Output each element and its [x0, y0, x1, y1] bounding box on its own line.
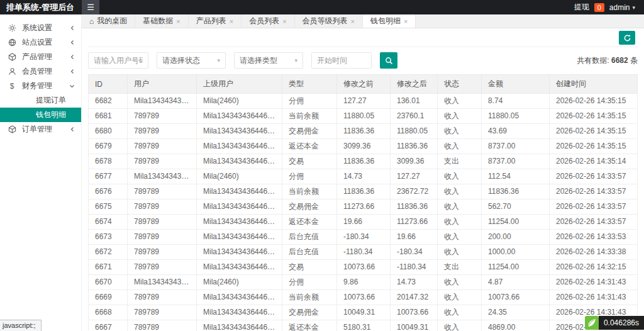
header-right: 提现 0 admin ▾	[574, 2, 644, 13]
table-cell: 3099.36	[391, 154, 438, 169]
trace-badge[interactable]: 0.046286s	[585, 316, 644, 330]
table-cell: 789789	[128, 139, 197, 154]
total-records: 共有数据: 6682 条	[577, 55, 638, 66]
sidebar-item-product-management[interactable]: 产品管理	[0, 50, 81, 64]
table-cell: Mila1343434364464	[128, 169, 197, 184]
table-cell: 6669	[89, 290, 128, 305]
page: 排单系统-管理后台 ☰ 提现 0 admin ▾ 系统设置 站点设置	[0, 0, 644, 331]
table-cell: 2026-02-26 14:35:15	[550, 94, 638, 109]
close-icon[interactable]: ×	[351, 18, 355, 25]
chevron-down-icon: ▾	[217, 57, 220, 64]
close-icon[interactable]: ×	[176, 18, 180, 25]
table-cell: -1180.34	[391, 260, 438, 275]
type-select[interactable]: 请选择类型 ▾	[234, 52, 303, 69]
sidebar-item-finance-management[interactable]: $ 财务管理	[0, 79, 81, 93]
table-cell: 8737.00	[482, 154, 550, 169]
table-cell: 789789	[128, 230, 197, 245]
table-cell: 2026-02-26 14:35:15	[550, 139, 638, 154]
table-cell: 6675	[89, 199, 128, 215]
tab-member-list[interactable]: 会员列表 ×	[242, 14, 294, 28]
table-cell: 11836.36	[337, 184, 391, 199]
table-cell: 交易	[282, 154, 337, 169]
table-cell: 14.73	[391, 275, 438, 290]
table-cell: 10049.31	[391, 320, 438, 331]
chevron-down-icon: ▾	[294, 57, 297, 64]
table-cell: -1180.34	[337, 245, 391, 260]
record-count: 6682	[611, 56, 628, 65]
sidebar-item-site-settings[interactable]: 站点设置	[0, 35, 81, 50]
refresh-button[interactable]	[619, 31, 635, 45]
sidebar-item-order-management[interactable]: 订单管理	[0, 122, 81, 137]
table-cell: 789789	[128, 184, 197, 199]
type-select-value: 请选择类型	[240, 55, 277, 66]
table-cell: Mila(2460)	[197, 275, 282, 290]
table-cell: 2026-02-26 14:33:57	[550, 184, 638, 199]
status-select[interactable]: 请选择状态 ▾	[157, 52, 226, 69]
table-cell: 分佣	[282, 169, 337, 184]
table-cell: Mila1343434364464(2472)	[197, 124, 282, 139]
table-cell: 11254.00	[482, 215, 550, 230]
column-header: 修改之前	[337, 75, 391, 94]
table-cell: 2026-02-26 14:31:43	[550, 275, 638, 290]
user-number-input[interactable]	[88, 52, 148, 69]
table-cell: 23760.1	[391, 109, 438, 124]
table-cell: 10049.31	[337, 305, 391, 320]
table-cell: 127.27	[337, 94, 391, 109]
table-row: 6679789789Mila1343434364464(2472)返还本金309…	[89, 139, 638, 154]
table-cell: 4.87	[482, 275, 550, 290]
table-cell: 收入	[438, 169, 482, 184]
sidebar-item-system-settings[interactable]: 系统设置	[0, 21, 81, 35]
table-cell: Mila1343434364464(2472)	[197, 154, 282, 169]
table-row: 6682Mila1343434364464Mila(2460)分佣127.271…	[89, 94, 638, 109]
tab-my-desktop[interactable]: ⌂ 我的桌面	[82, 14, 135, 28]
table-cell: 136.01	[391, 94, 438, 109]
execution-time: 0.046286s	[599, 316, 644, 330]
table-cell: 6672	[89, 245, 128, 260]
table-cell: 2026-02-26 14:35:14	[550, 154, 638, 169]
table-cell: 19.66	[391, 230, 438, 245]
table-cell: Mila1343434364464(2472)	[197, 260, 282, 275]
tab-product-list[interactable]: 产品列表 ×	[189, 14, 242, 28]
close-icon[interactable]: ×	[404, 18, 408, 25]
table-row: 6671789789Mila1343434364464(2472)交易10073…	[89, 260, 638, 275]
table-cell: 11273.66	[391, 215, 438, 230]
table-cell: 后台充值	[282, 245, 337, 260]
start-time-input[interactable]	[311, 52, 372, 69]
table-cell: 200.00	[482, 230, 550, 245]
table-cell: -180.34	[391, 245, 438, 260]
hamburger-menu-icon[interactable]: ☰	[82, 0, 99, 14]
table-cell: 562.70	[482, 199, 550, 215]
withdraw-count-badge[interactable]: 0	[594, 3, 604, 12]
sidebar-subitem-wallet-details[interactable]: 钱包明细	[0, 108, 81, 122]
table-cell: 6668	[89, 305, 128, 320]
table-cell: 交易佣金	[282, 199, 337, 215]
tab-label: 会员列表	[249, 16, 279, 26]
table-cell: Mila1343434364464(2472)	[197, 184, 282, 199]
admin-user-menu[interactable]: admin ▾	[609, 3, 635, 12]
search-button[interactable]	[380, 52, 397, 69]
tab-basic-data[interactable]: 基础数据 ×	[135, 14, 188, 28]
table-cell: 789789	[128, 109, 197, 124]
table-cell: 6673	[89, 230, 128, 245]
sidebar-item-label: 产品管理	[22, 52, 52, 62]
table-cell: 返还本金	[282, 320, 337, 331]
sidebar-subitem-withdraw-orders[interactable]: 提现订单	[0, 93, 81, 108]
close-icon[interactable]: ×	[230, 18, 233, 25]
table-cell: 10073.66	[391, 305, 438, 320]
close-icon[interactable]: ×	[282, 18, 286, 25]
table-cell: 10073.66	[337, 260, 391, 275]
table-cell: 分佣	[282, 275, 337, 290]
tab-member-level-list[interactable]: 会员等级列表 ×	[295, 14, 363, 28]
table-cell: 收入	[438, 139, 482, 154]
withdraw-link[interactable]: 提现	[574, 2, 589, 13]
sidebar-item-member-management[interactable]: 会员管理	[0, 64, 81, 79]
table-cell: 收入	[438, 320, 482, 331]
table-row: 6680789789Mila1343434364464(2472)交易佣金118…	[89, 124, 638, 139]
top-header: 排单系统-管理后台 ☰ 提现 0 admin ▾	[0, 0, 644, 14]
table-cell: 127.27	[391, 169, 438, 184]
table-row: 6678789789Mila1343434364464(2472)交易11836…	[89, 154, 638, 169]
table-cell: 9.86	[337, 275, 391, 290]
table-cell: 11880.05	[482, 109, 550, 124]
table-cell: 2026-02-26 14:33:57	[550, 215, 638, 230]
tab-wallet-details[interactable]: 钱包明细 ×	[363, 14, 416, 28]
